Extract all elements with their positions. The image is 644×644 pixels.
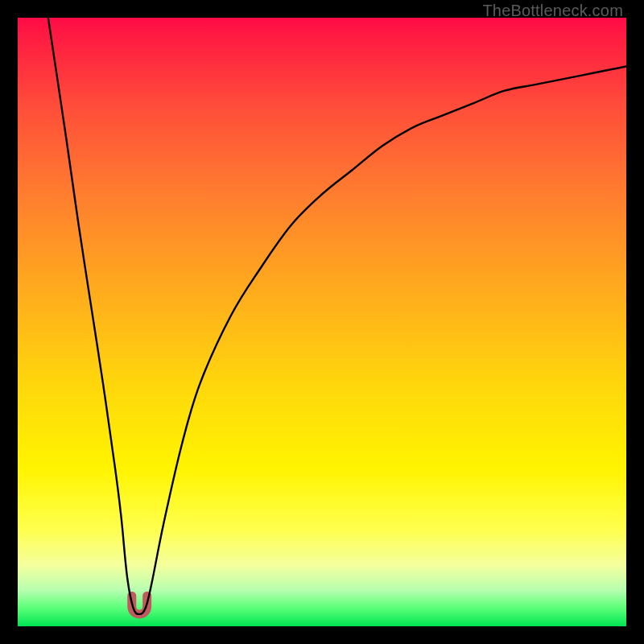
watermark-text: TheBottleneck.com xyxy=(482,2,623,20)
plot-area xyxy=(18,18,626,626)
chart-frame: TheBottleneck.com xyxy=(0,0,644,644)
bottleneck-curve xyxy=(48,18,626,614)
curve-layer xyxy=(18,18,626,626)
